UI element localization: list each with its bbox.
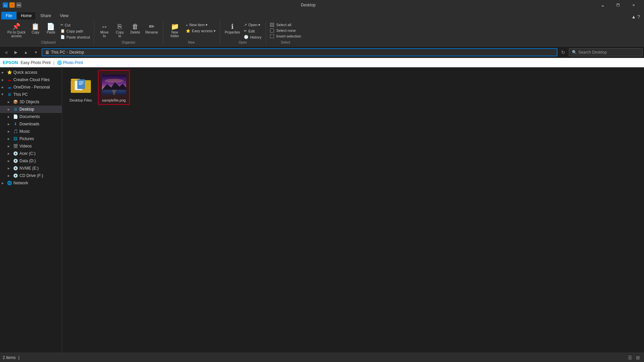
close-button[interactable]: ✕ <box>626 0 641 10</box>
select-none-button[interactable]: Select none <box>269 28 303 33</box>
videos-label: Videos <box>19 144 32 148</box>
pin-icon[interactable]: 📌 <box>9 2 15 8</box>
copy-label: Copy <box>32 31 39 34</box>
extra-icon[interactable]: ••• <box>16 2 21 8</box>
sidebar-item-documents[interactable]: ▶ 📄 Documents <box>0 113 62 120</box>
address-path[interactable]: 🖥 This PC › Desktop <box>42 48 557 56</box>
history-button[interactable]: 🕐 History <box>243 34 263 40</box>
sidebar-item-pictures[interactable]: ▶ 🖼 Pictures <box>0 135 62 142</box>
pictures-icon: 🖼 <box>13 136 18 141</box>
tab-share[interactable]: Share <box>36 12 55 19</box>
sidebar-item-3d-objects[interactable]: ▶ 📦 3D Objects <box>0 98 62 106</box>
sidebar-item-onedrive[interactable]: ▶ ☁ OneDrive - Personal <box>0 83 62 91</box>
pictures-label: Pictures <box>19 136 34 141</box>
sidebar-item-quick-access[interactable]: ▶ ⭐ Quick access <box>0 69 62 76</box>
main-area: ▶ ⭐ Quick access ▶ ☁ Creative Cloud File… <box>0 67 644 353</box>
path-desktop[interactable]: Desktop <box>69 50 84 55</box>
sidebar: ▶ ⭐ Quick access ▶ ☁ Creative Cloud File… <box>0 67 62 353</box>
quick-access-icon: ⭐ <box>7 70 12 75</box>
epson-app-label: Easy Photo Print <box>21 60 51 65</box>
data-d-arrow: ▶ <box>6 158 11 164</box>
search-icon: 🔍 <box>572 50 577 55</box>
this-pc-icon: 🖥 <box>7 92 12 97</box>
properties-button[interactable]: ℹ Properties <box>223 22 242 35</box>
new-group-label: New <box>188 40 195 45</box>
open-button[interactable]: ↗ Open ▾ <box>243 22 263 28</box>
new-item-button[interactable]: + New item ▾ <box>184 22 217 28</box>
select-all-icon <box>270 23 274 27</box>
path-this-pc[interactable]: This PC <box>51 50 65 55</box>
copy-button[interactable]: 📋 Copy <box>28 22 43 35</box>
history-icon: 🕐 <box>244 35 249 39</box>
forward-button[interactable]: ▶ <box>11 48 20 57</box>
search-placeholder: Search Desktop <box>578 50 607 55</box>
desktop-arrow: ▶ <box>6 107 11 112</box>
desktop-label: Desktop <box>19 107 34 112</box>
sidebar-item-creative-cloud[interactable]: ▶ ☁ Creative Cloud Files <box>0 76 62 83</box>
content-area: Desktop Files <box>62 67 644 353</box>
open-items: ℹ Properties ↗ Open ▾ ✏ Edit 🕐 History <box>223 21 263 40</box>
refresh-button[interactable]: ↻ <box>559 48 568 57</box>
expand-button[interactable]: 🗖 <box>610 0 626 10</box>
sidebar-item-desktop[interactable]: ▶ 🖥 Desktop <box>0 106 62 113</box>
history-label: History <box>250 35 261 39</box>
down-arrow-button[interactable]: ▾ <box>32 48 40 57</box>
sidebar-item-nvme-e[interactable]: ▶ 💿 NVME (E:) <box>0 165 62 172</box>
sidebar-item-data-d[interactable]: ▶ 💿 Data (D:) <box>0 157 62 165</box>
cut-button[interactable]: ✂ Cut <box>59 22 91 28</box>
music-label: Music <box>19 129 30 134</box>
file-item-samplefile-png[interactable]: samplefile.png <box>98 70 130 105</box>
epson-photo-print-link[interactable]: 🌐 Photo Print <box>57 60 83 65</box>
copy-to-button[interactable]: ⎘ Copy to <box>112 22 127 39</box>
minimize-button[interactable]: 🗕 <box>595 0 610 10</box>
new-folder-button[interactable]: 📁 New folder <box>166 22 184 39</box>
3d-objects-label: 3D Objects <box>19 100 39 104</box>
properties-icon: ℹ <box>231 23 234 30</box>
epson-brand: EPSON <box>3 60 18 65</box>
new-item-label: New item ▾ <box>190 23 208 27</box>
sidebar-item-downloads[interactable]: ▶ ⬇ Downloads <box>0 120 62 128</box>
sidebar-item-network[interactable]: ▶ 🌐 Network <box>0 179 62 187</box>
large-icon-view-button[interactable]: ⊞ <box>635 354 641 361</box>
paste-shortcut-button[interactable]: 📄 Paste shortcut <box>59 34 91 40</box>
music-icon: 🎵 <box>13 129 18 134</box>
invert-selection-button[interactable]: Invert selection <box>269 34 303 39</box>
rename-button[interactable]: ✏ Rename <box>143 22 160 35</box>
sidebar-item-videos[interactable]: ▶ 🎬 Videos <box>0 142 62 150</box>
network-label: Network <box>13 181 28 185</box>
tab-file[interactable]: File <box>1 12 16 19</box>
quick-access-label: Quick access <box>13 70 37 75</box>
ribbon-collapse-button[interactable]: ▲ <box>631 14 636 19</box>
help-button[interactable]: ? <box>637 14 640 19</box>
move-to-icon: ↔ <box>101 23 108 30</box>
paste-label: Paste <box>47 31 55 34</box>
epson-separator: | <box>53 60 54 65</box>
tab-home[interactable]: Home <box>16 12 36 19</box>
edit-button[interactable]: ✏ Edit <box>243 28 263 34</box>
copy-path-icon: 📋 <box>60 29 65 33</box>
select-small-stack: Select all Select none Invert selection <box>269 22 303 39</box>
tab-view[interactable]: View <box>55 12 73 19</box>
sidebar-item-cd-drive-f[interactable]: ▶ 💿 CD Drive (F:) <box>0 172 62 179</box>
acer-c-arrow: ▶ <box>6 151 11 156</box>
up-button[interactable]: ▲ <box>21 48 30 57</box>
paste-button[interactable]: 📄 Paste <box>44 22 58 35</box>
sidebar-item-music[interactable]: ▶ 🎵 Music <box>0 128 62 135</box>
sidebar-item-this-pc[interactable]: ▶ 🖥 This PC <box>0 91 62 98</box>
sidebar-item-acer-c[interactable]: ▶ 💿 Acer (C:) <box>0 150 62 157</box>
copy-path-button[interactable]: 📋 Copy path <box>59 28 91 34</box>
pin-quick-access-button[interactable]: 📌 Pin to Quick access <box>5 22 28 39</box>
back-button[interactable]: ◀ <box>1 48 10 57</box>
3d-objects-arrow: ▶ <box>6 99 11 105</box>
delete-button[interactable]: 🗑 Delete <box>128 22 143 35</box>
easy-access-label: Easy access ▾ <box>192 29 216 33</box>
ribbon-tabs: File Home Share View ▲ ? <box>0 10 644 19</box>
file-item-desktop-files[interactable]: Desktop Files <box>65 70 97 105</box>
ribbon-content: 📌 Pin to Quick access 📋 Copy 📄 Paste ✂ <box>0 19 644 46</box>
move-to-button[interactable]: ↔ Move to <box>97 22 112 39</box>
cd-drive-f-arrow: ▶ <box>6 173 11 178</box>
select-all-button[interactable]: Select all <box>269 22 303 27</box>
easy-access-button[interactable]: ⭐ Easy access ▾ <box>184 28 217 34</box>
search-box[interactable]: 🔍 Search Desktop <box>569 48 643 56</box>
details-view-button[interactable]: ☰ <box>627 354 633 361</box>
